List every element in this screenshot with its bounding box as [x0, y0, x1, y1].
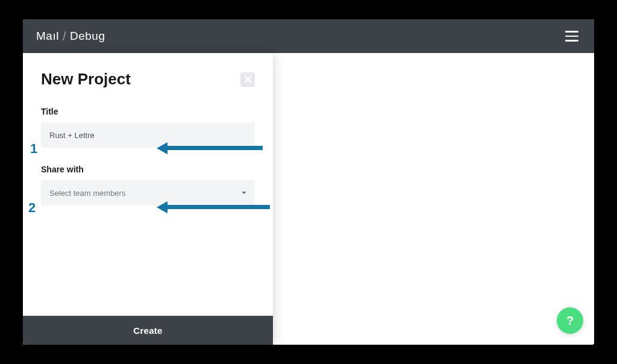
help-icon: ? — [566, 314, 574, 328]
title-label: Title — [41, 107, 255, 116]
content-area: New Project Title Share with — [23, 53, 594, 345]
share-label: Share with — [41, 165, 255, 174]
hamburger-menu-icon[interactable] — [563, 28, 581, 44]
close-button[interactable] — [240, 72, 255, 87]
title-input[interactable] — [41, 122, 255, 148]
logo-slash-icon: / — [63, 30, 66, 43]
app-logo: Maıl / Debug — [36, 30, 105, 43]
share-field-group: Share with — [41, 165, 255, 206]
help-button[interactable]: ? — [557, 307, 583, 334]
main-area — [273, 53, 594, 345]
new-project-panel: New Project Title Share with — [23, 53, 273, 345]
create-button[interactable]: Create — [23, 316, 273, 345]
logo-text-part1: Maıl — [36, 30, 59, 43]
share-select-wrapper — [41, 180, 255, 206]
title-field-group: Title — [41, 107, 255, 148]
app-header: Maıl / Debug — [23, 19, 594, 53]
close-icon — [245, 76, 251, 83]
app-window: Maıl / Debug New Project — [23, 19, 594, 345]
share-select[interactable] — [41, 180, 255, 206]
logo-text-part2: Debug — [70, 30, 105, 43]
panel-title: New Project — [41, 70, 131, 89]
panel-body: New Project Title Share with — [23, 53, 273, 316]
panel-header: New Project — [41, 70, 255, 89]
